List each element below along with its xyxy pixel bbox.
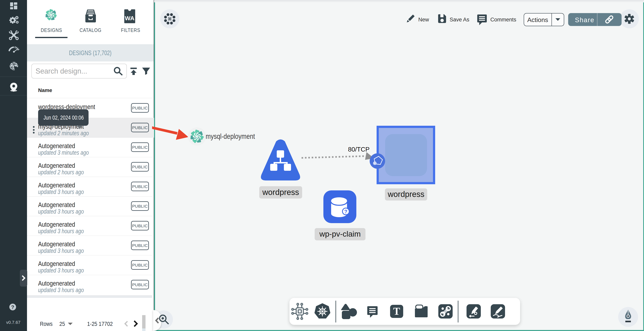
- svg-text:WA: WA: [125, 15, 134, 21]
- svg-text:?: ?: [344, 209, 348, 215]
- svg-text:T: T: [393, 306, 400, 317]
